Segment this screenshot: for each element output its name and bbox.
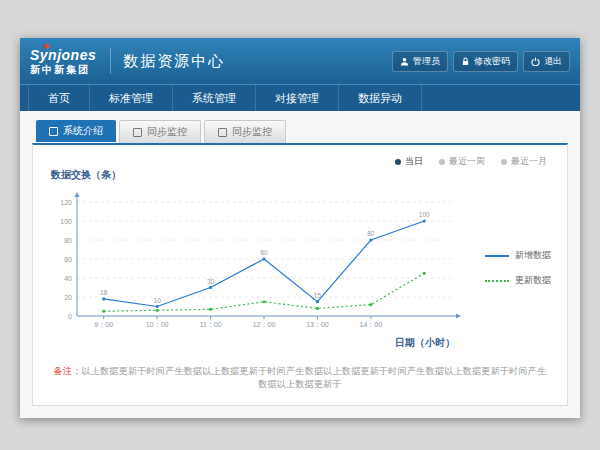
svg-text:40: 40 [64,275,72,282]
svg-text:10: 10 [154,297,162,304]
tab-sync-monitor-1[interactable]: 同步监控 [119,120,201,143]
x-axis-title: 日期（小时） [47,336,455,350]
svg-text:60: 60 [64,256,72,263]
remark-label: 备注： [54,366,82,376]
logout-icon [531,57,540,66]
filter-label: 最近一周 [449,155,485,168]
main-nav: 首页 标准管理 系统管理 对接管理 数据异动 [20,84,580,111]
legend-label: 新增数据 [515,249,551,262]
remark-text: 以上数据更新于时间产生数据以上数据更新于时间产生数据以上数据更新于时间产生数据以… [81,366,546,389]
svg-text:11：00: 11：00 [200,321,222,328]
svg-text:80: 80 [367,230,375,237]
tab-icon [49,127,58,136]
logo-star-icon: ✱ [43,43,50,51]
user-icon [400,57,409,66]
filter-label: 当日 [405,155,423,168]
logo-subtitle: 新中新集团 [30,65,96,75]
app-header: ✱ Synjones 新中新集团 数据资源中心 管理员 修改密码 退出 [20,38,580,84]
tab-system-intro[interactable]: 系统介绍 [36,120,116,142]
nav-item-standard-mgmt[interactable]: 标准管理 [90,85,173,111]
svg-text:18: 18 [100,289,108,296]
chart-svg: 0204060801001209：0010：0011：0012：0013：001… [47,186,467,336]
svg-text:120: 120 [60,199,72,206]
nav-item-home[interactable]: 首页 [28,85,90,111]
svg-text:60: 60 [260,249,268,256]
admin-user-button[interactable]: 管理员 [392,51,448,72]
filter-last-week[interactable]: 最近一周 [439,155,485,168]
svg-text:10：00: 10：00 [146,321,169,328]
logout-button[interactable]: 退出 [523,51,570,72]
company-logo: ✱ Synjones 新中新集团 [30,48,96,75]
logo-text: Synjones [30,48,96,62]
filter-last-month[interactable]: 最近一月 [501,155,547,168]
svg-text:20: 20 [64,294,72,301]
tab-icon [133,128,142,137]
chart-column: 0204060801001209：0010：0011：0012：0013：001… [47,186,469,350]
svg-text:30: 30 [207,278,215,285]
solid-line-icon [485,255,509,257]
tab-bar: 系统介绍 同步监控 同步监控 [32,120,568,143]
dotted-line-icon [485,280,509,282]
series-legend: 新增数据 更新数据 [485,249,551,287]
bullet-icon [439,159,445,165]
filter-label: 最近一月 [511,155,547,168]
svg-text:12：00: 12：00 [253,321,276,328]
tab-label: 系统介绍 [63,124,103,138]
tab-label: 同步监控 [147,125,187,139]
admin-user-label: 管理员 [413,55,440,68]
svg-text:15: 15 [314,292,322,299]
content-area: 系统介绍 同步监控 同步监控 当日 最近一周 [20,111,580,418]
svg-text:0: 0 [68,313,72,320]
svg-text:100: 100 [419,211,430,218]
app-window: ✱ Synjones 新中新集团 数据资源中心 管理员 修改密码 退出 首页 [20,38,580,418]
remark-note: 备注：以上数据更新于时间产生数据以上数据更新于时间产生数据以上数据更新于时间产生… [47,359,553,397]
bullet-icon [501,159,507,165]
legend-label: 更新数据 [515,274,551,287]
tab-label: 同步监控 [232,125,272,139]
tab-icon [218,128,227,137]
logout-label: 退出 [544,55,562,68]
bullet-icon [395,159,401,165]
chart-row: 0204060801001209：0010：0011：0012：0013：001… [47,186,553,350]
legend-item-updated-data: 更新数据 [485,274,551,287]
chart-panel: 当日 最近一周 最近一月 数据交换（条） 0204060801001209：00… [32,143,568,406]
legend-item-new-data: 新增数据 [485,249,551,262]
range-filter-legend: 当日 最近一周 最近一月 [47,155,547,168]
change-password-button[interactable]: 修改密码 [453,51,518,72]
svg-text:14：00: 14：00 [360,321,383,328]
svg-text:9：00: 9：00 [94,321,113,328]
nav-item-connection-mgmt[interactable]: 对接管理 [256,85,339,111]
svg-text:100: 100 [60,218,72,225]
y-axis-title: 数据交换（条） [51,168,553,182]
svg-text:13：00: 13：00 [306,321,329,328]
tab-sync-monitor-2[interactable]: 同步监控 [204,120,286,143]
nav-item-data-change[interactable]: 数据异动 [339,85,422,111]
nav-item-system-mgmt[interactable]: 系统管理 [173,85,256,111]
svg-text:80: 80 [64,237,72,244]
page-title: 数据资源中心 [110,48,225,74]
filter-today[interactable]: 当日 [395,155,423,168]
lock-icon [461,57,470,66]
change-password-label: 修改密码 [474,55,510,68]
